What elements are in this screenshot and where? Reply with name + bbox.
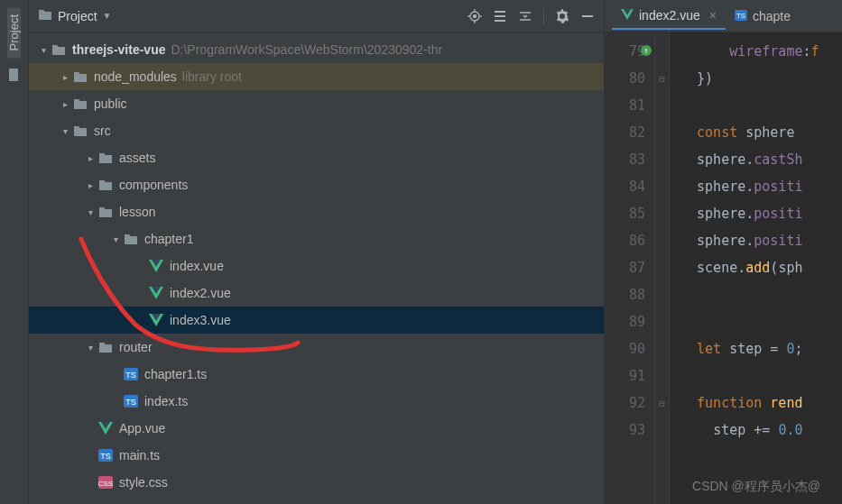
- ts-icon: TS: [735, 9, 747, 23]
- svg-text:TS: TS: [125, 371, 136, 380]
- project-panel: Project ▼: [29, 0, 605, 504]
- code-line[interactable]: sphere.positi: [680, 227, 842, 254]
- line-number: 87: [605, 254, 654, 281]
- fold-handle[interactable]: [655, 417, 669, 444]
- expand-all-icon[interactable]: [493, 9, 507, 23]
- chevron-right-icon[interactable]: ▸: [58, 99, 72, 109]
- chevron-down-icon[interactable]: ▾: [36, 45, 51, 55]
- collapse-all-icon[interactable]: [518, 9, 532, 23]
- tree-node-router[interactable]: ▾ router: [29, 334, 604, 361]
- code-line[interactable]: wireframe:f: [680, 38, 842, 65]
- tree-root-path: D:\ProgramWorkSpace\WebStorm\20230902-th…: [171, 42, 442, 57]
- code-line[interactable]: [680, 92, 842, 119]
- chevron-right-icon[interactable]: ▸: [83, 153, 97, 163]
- line-number: 90: [605, 335, 654, 362]
- line-number: 80: [605, 65, 654, 92]
- fold-handle[interactable]: [655, 362, 669, 389]
- code-line[interactable]: sphere.castSh: [680, 146, 842, 173]
- node-label: style.css: [119, 475, 168, 490]
- fold-handle[interactable]: [655, 92, 669, 119]
- separator: [543, 8, 544, 24]
- tree-root-label: threejs-vite-vue: [72, 42, 165, 57]
- tree-node-components[interactable]: ▸ components: [29, 171, 604, 198]
- tab-chapter[interactable]: TS chapte: [726, 4, 800, 29]
- node-hint: library root: [182, 69, 242, 84]
- fold-handle[interactable]: [655, 119, 669, 146]
- line-number: 91: [605, 362, 654, 389]
- tree-file-style-css[interactable]: CSS style.css: [29, 469, 604, 496]
- tree-node-node-modules[interactable]: ▸ node_modules library root: [29, 63, 604, 90]
- folder-icon: [72, 124, 88, 138]
- fold-handle[interactable]: [655, 200, 669, 227]
- code-line[interactable]: const sphere: [680, 119, 842, 146]
- minimize-icon[interactable]: [580, 9, 595, 23]
- line-number: 93: [605, 417, 654, 444]
- fold-handle[interactable]: [655, 173, 669, 200]
- line-number: 81: [605, 92, 654, 119]
- gear-icon[interactable]: [555, 9, 569, 23]
- svg-rect-12: [582, 15, 593, 17]
- tree-node-chapter1[interactable]: ▾ chapter1: [29, 225, 604, 252]
- tree-file-index3-vue[interactable]: index3.vue: [29, 307, 604, 334]
- code-line[interactable]: step += 0.0: [680, 417, 842, 444]
- code-line[interactable]: function rend: [680, 389, 842, 417]
- file-icon[interactable]: [5, 67, 23, 83]
- locate-icon[interactable]: [467, 9, 482, 23]
- tree-node-src[interactable]: ▾ src: [29, 117, 604, 144]
- code-line[interactable]: [680, 362, 842, 389]
- chevron-down-icon[interactable]: ▾: [83, 207, 97, 217]
- folder-icon: [123, 232, 139, 246]
- tree-file-app-vue[interactable]: App.vue: [29, 415, 604, 442]
- tree-node-lesson[interactable]: ▾ lesson: [29, 198, 604, 225]
- editor-tabs: index2.vue × TS chapte: [605, 0, 842, 32]
- fold-handle[interactable]: [655, 335, 669, 362]
- tab-index2-vue[interactable]: index2.vue ×: [612, 3, 726, 30]
- fold-handle[interactable]: [655, 227, 669, 254]
- code-line[interactable]: sphere.positi: [680, 173, 842, 200]
- fold-handle[interactable]: [655, 281, 669, 308]
- project-scope-icon: [38, 8, 52, 23]
- code-line[interactable]: }): [680, 65, 842, 92]
- project-tree[interactable]: ▾ threejs-vite-vue D:\ProgramWorkSpace\W…: [29, 32, 604, 504]
- code-lines[interactable]: wireframe:f }) const sphere sphere.castS…: [670, 32, 842, 504]
- fold-handle[interactable]: [655, 308, 669, 335]
- code-editor[interactable]: 79↑8081828384858687888990919293 ⊟⊟ wiref…: [605, 32, 842, 504]
- ts-icon: TS: [123, 367, 139, 381]
- node-label: components: [119, 178, 188, 192]
- css-icon: CSS: [97, 475, 114, 490]
- code-line[interactable]: [680, 281, 842, 308]
- code-line[interactable]: [680, 308, 842, 335]
- close-icon[interactable]: ×: [709, 8, 717, 23]
- node-label: index.vue: [170, 259, 224, 273]
- node-label: index3.vue: [170, 313, 231, 327]
- chevron-down-icon[interactable]: ▾: [83, 343, 97, 353]
- tree-file-index-vue[interactable]: index.vue: [29, 252, 604, 279]
- code-line[interactable]: let step = 0;: [680, 335, 842, 362]
- svg-text:TS: TS: [125, 398, 136, 407]
- code-line[interactable]: scene.add(sph: [680, 254, 842, 281]
- tree-root[interactable]: ▾ threejs-vite-vue D:\ProgramWorkSpace\W…: [29, 36, 604, 63]
- fold-handle[interactable]: [655, 254, 669, 281]
- tree-file-main-ts[interactable]: TS main.ts: [29, 442, 604, 469]
- chevron-right-icon[interactable]: ▸: [83, 180, 97, 190]
- node-label: main.ts: [119, 448, 160, 463]
- tree-file-index-ts[interactable]: TS index.ts: [29, 388, 604, 415]
- chevron-down-icon[interactable]: ▾: [58, 126, 72, 136]
- vcs-marker-icon[interactable]: ↑: [641, 45, 652, 56]
- tree-file-index2-vue[interactable]: index2.vue: [29, 279, 604, 307]
- fold-handle[interactable]: [655, 146, 669, 173]
- tree-node-public[interactable]: ▸ public: [29, 90, 604, 117]
- chevron-right-icon[interactable]: ▸: [58, 72, 72, 82]
- tree-file-chapter1-ts[interactable]: TS chapter1.ts: [29, 361, 604, 388]
- fold-handle[interactable]: ⊟: [655, 65, 669, 92]
- code-line[interactable]: sphere.positi: [680, 200, 842, 227]
- line-number: 89: [605, 308, 654, 335]
- fold-gutter: ⊟⊟: [655, 32, 670, 504]
- tree-node-assets[interactable]: ▸ assets: [29, 144, 604, 171]
- chevron-down-icon[interactable]: ▾: [108, 234, 123, 244]
- dropdown-icon[interactable]: ▼: [103, 11, 112, 21]
- tab-label: index2.vue: [639, 8, 700, 23]
- fold-handle[interactable]: [655, 38, 669, 65]
- project-tool-button[interactable]: Project: [7, 7, 21, 58]
- fold-handle[interactable]: ⊟: [655, 389, 669, 417]
